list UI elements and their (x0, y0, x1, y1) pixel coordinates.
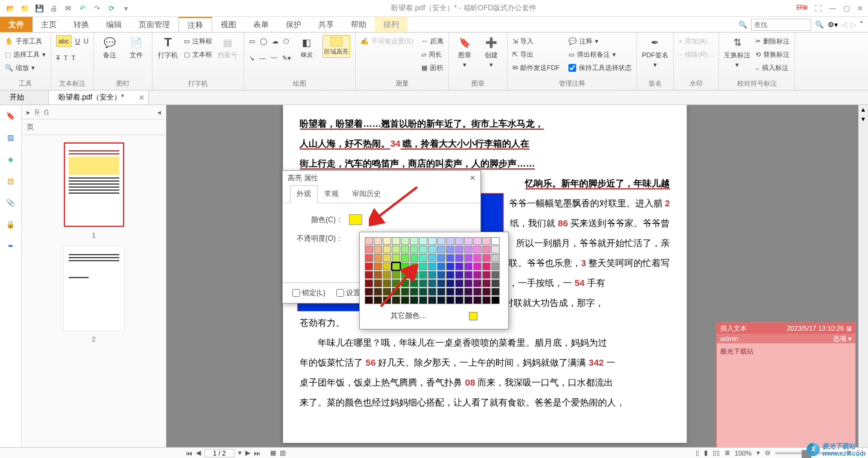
page-view-icon[interactable]: ▥ (280, 449, 286, 457)
color-cell[interactable] (401, 271, 409, 279)
color-cell[interactable] (401, 237, 409, 245)
color-cell[interactable] (392, 279, 400, 287)
color-cell[interactable] (446, 271, 454, 279)
sidebar-pages-icon[interactable]: ▥ (5, 132, 17, 144)
color-cell[interactable] (401, 279, 409, 287)
color-cell[interactable] (437, 288, 445, 296)
scroll-down-icon[interactable]: ▾ (858, 115, 868, 123)
doc-tab-start[interactable]: 开始 (0, 91, 49, 104)
vertical-scrollbar[interactable]: ▴ ▾ (858, 105, 868, 447)
color-cell[interactable] (374, 246, 382, 253)
color-cell[interactable] (410, 296, 418, 304)
color-cell[interactable] (464, 288, 473, 296)
mail-icon[interactable]: ✉ (63, 3, 74, 14)
text-underline[interactable]: U (75, 35, 80, 47)
color-cell[interactable] (437, 237, 445, 245)
color-cell[interactable] (410, 271, 418, 279)
shape-rect[interactable]: ▭ (249, 35, 255, 47)
open2-icon[interactable]: 📁 (19, 3, 30, 14)
comment-export[interactable]: ⇱导出 (512, 48, 559, 60)
popup-note[interactable]: ▭弹出框备注 ▾ (568, 48, 632, 60)
thumb-page-2[interactable] (64, 246, 124, 331)
color-cell[interactable] (473, 254, 482, 262)
color-cell[interactable] (410, 279, 418, 287)
color-cell[interactable] (455, 237, 464, 245)
color-cell[interactable] (401, 262, 409, 270)
color-cell[interactable] (491, 279, 500, 287)
color-cell[interactable] (392, 288, 400, 296)
dlg-tab-general[interactable]: 常规 (318, 185, 345, 203)
sticky-note[interactable]: 插入文本 2023/5/17 13:10:26 ⊠ admin 选项 ▾ 极光下… (716, 322, 856, 447)
color-cell[interactable] (491, 271, 500, 279)
color-cell[interactable] (446, 237, 454, 245)
color-cell[interactable] (491, 288, 500, 296)
color-cell[interactable] (365, 271, 373, 279)
color-cell[interactable] (473, 288, 482, 296)
comment-box[interactable]: ▭注释框 (184, 35, 212, 47)
text-strike[interactable]: T (56, 52, 60, 64)
color-cell[interactable] (419, 288, 427, 296)
open-icon[interactable]: 📂 (5, 3, 16, 14)
color-cell[interactable] (428, 296, 436, 304)
color-cell[interactable] (455, 288, 464, 296)
color-cell[interactable] (437, 271, 445, 279)
color-cell[interactable] (428, 288, 436, 296)
search-go-icon[interactable]: 🔍 (815, 21, 824, 29)
redo-icon[interactable]: ↷ (92, 3, 102, 14)
color-cell[interactable] (446, 288, 454, 296)
measure-distance[interactable]: ↔距离 (421, 35, 444, 47)
sidebar-comment-icon[interactable]: ▤ (5, 175, 17, 187)
shape-polyline[interactable]: 〰 (271, 52, 277, 64)
color-cell[interactable] (419, 279, 427, 287)
thumbnail-view-icon[interactable]: ▦ (270, 449, 276, 457)
color-cell[interactable] (455, 254, 464, 262)
ribbon-nav-next[interactable]: ▷ (851, 21, 856, 29)
color-cell[interactable] (473, 271, 482, 279)
color-cell[interactable] (455, 296, 464, 304)
proof-insert[interactable]: ⌵插入标注 (755, 62, 790, 74)
save-icon[interactable]: 💾 (34, 3, 45, 14)
color-cell[interactable] (455, 262, 464, 270)
color-cell[interactable] (374, 296, 382, 304)
color-cell[interactable] (410, 237, 418, 245)
color-cell[interactable] (491, 237, 500, 245)
tab-context-arrange[interactable]: 排列 (375, 17, 407, 32)
minimize-btn[interactable]: — (829, 4, 836, 13)
color-cell[interactable] (428, 237, 436, 245)
color-cell[interactable] (401, 296, 409, 304)
last-page-icon[interactable]: ⏭ (254, 450, 260, 457)
color-cell[interactable] (464, 279, 473, 287)
color-cell[interactable] (365, 279, 373, 287)
sidebar-layers-icon[interactable]: ◈ (5, 153, 17, 165)
color-picker-popup[interactable]: 其它颜色… (359, 232, 509, 329)
color-swatch-button[interactable] (349, 214, 362, 225)
view-single-icon[interactable]: ▯ (696, 449, 699, 457)
proof-replace[interactable]: ⟲替换标注 (755, 48, 790, 60)
dialog-close-icon[interactable]: ✕ (470, 174, 476, 182)
qat-dropdown-icon[interactable]: ▾ (121, 3, 131, 14)
color-cell[interactable] (374, 279, 382, 287)
color-cell[interactable] (446, 254, 454, 262)
doc-tab-file[interactable]: 盼望着.pdf（安全）*✕ (49, 91, 149, 104)
color-cell[interactable] (374, 262, 382, 270)
text-squiggly[interactable]: U (84, 35, 89, 47)
color-cell[interactable] (437, 279, 445, 287)
search-input[interactable] (751, 19, 811, 31)
color-cell[interactable] (473, 296, 482, 304)
sticky-close-icon[interactable]: ⊠ (846, 325, 852, 332)
color-cell[interactable] (482, 246, 491, 253)
tab-form[interactable]: 表单 (245, 17, 277, 32)
next-page-icon[interactable]: ▶ (245, 449, 250, 457)
color-cell[interactable] (473, 262, 482, 270)
color-cell[interactable] (473, 237, 482, 245)
color-cell[interactable] (365, 254, 373, 262)
color-cell[interactable] (365, 237, 373, 245)
view-facing-icon[interactable]: ▯▯ (712, 449, 720, 457)
tab-pagemanage[interactable]: 页面管理 (130, 17, 178, 32)
color-cell[interactable] (383, 279, 391, 287)
color-cell[interactable] (419, 254, 427, 262)
color-cell[interactable] (428, 262, 436, 270)
tab-annotate[interactable]: 注释 (178, 17, 212, 32)
shape-pencil[interactable]: ✎▾ (282, 52, 291, 64)
color-cell[interactable] (464, 296, 473, 304)
